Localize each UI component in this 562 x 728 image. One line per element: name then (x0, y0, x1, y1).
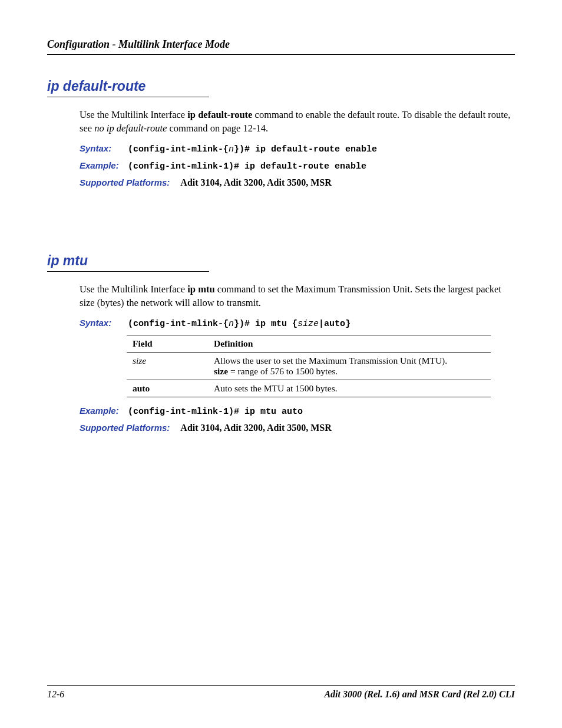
syntax-text: (config-int-mlink-{n})# ip default-route… (128, 144, 377, 154)
platforms-text: Adit 3104, Adit 3200, Adit 3500, MSR (180, 177, 331, 188)
example-text: (config-int-mlink-1)# ip default-route e… (128, 162, 366, 172)
table-header-row: Field Definition (127, 335, 491, 353)
mono-param: size (297, 319, 319, 329)
table-header-field: Field (127, 335, 208, 353)
field-definition-table: Field Definition size Allows the user to… (127, 335, 491, 397)
table-cell-field: auto (127, 380, 208, 397)
example-label: Example: (80, 406, 122, 416)
text-italic: no ip default-route (94, 123, 167, 134)
field-name: size (133, 355, 146, 365)
table-cell-field: size (127, 353, 208, 380)
mono-param: n (229, 319, 234, 329)
page-header: Configuration - Multilink Interface Mode (47, 38, 515, 55)
text-bold: ip default-route (187, 109, 252, 120)
section2-body: Use the Multilink Interface ip mtu comma… (80, 282, 515, 309)
platforms-row: Supported Platforms: Adit 3104, Adit 320… (80, 177, 515, 188)
mono-fragment: } (345, 319, 351, 329)
mono-fragment: | (319, 319, 324, 329)
table-cell-definition: Auto sets the MTU at 1500 bytes. (208, 380, 491, 397)
def-text: Allows the user to set the Maximum Trans… (214, 355, 447, 365)
document-title: Adit 3000 (Rel. 1.6) and MSR Card (Rel 2… (324, 689, 515, 700)
text-bold: ip mtu (187, 284, 214, 295)
table-row: auto Auto sets the MTU at 1500 bytes. (127, 380, 491, 397)
platforms-label: Supported Platforms: (80, 177, 170, 187)
def-text: = range of 576 to 1500 bytes. (228, 366, 338, 376)
example-row: Example: (config-int-mlink-1)# ip defaul… (80, 160, 515, 172)
mono-bold: auto (324, 319, 345, 329)
syntax-row: Syntax: (config-int-mlink-{n})# ip mtu {… (80, 318, 515, 329)
table-row: size Allows the user to set the Maximum … (127, 353, 491, 380)
mono-fragment: })# ip default-route enable (234, 144, 377, 154)
page-number: 12-6 (47, 689, 64, 700)
platforms-text: Adit 3104, Adit 3200, Adit 3500, MSR (180, 423, 331, 433)
mono-fragment: (config-int-mlink-{ (128, 319, 229, 329)
page-footer: 12-6 Adit 3000 (Rel. 1.6) and MSR Card (… (47, 685, 515, 700)
mono-fragment: (config-int-mlink-{ (128, 144, 229, 154)
syntax-label: Syntax: (80, 143, 122, 153)
table-cell-definition: Allows the user to set the Maximum Trans… (208, 353, 491, 380)
mono-fragment: })# ip mtu { (234, 319, 297, 329)
section-heading-ip-mtu: ip mtu (47, 253, 209, 272)
section1-body: Use the Multilink Interface ip default-r… (80, 108, 515, 135)
syntax-text: (config-int-mlink-{n})# ip mtu {size|aut… (128, 319, 351, 329)
text-fragment: command on page 12-14. (167, 123, 268, 134)
mono-param: n (229, 144, 234, 154)
table-header-definition: Definition (208, 335, 491, 353)
platforms-row: Supported Platforms: Adit 3104, Adit 320… (80, 423, 515, 433)
example-text: (config-int-mlink-1)# ip mtu auto (128, 407, 303, 417)
section-heading-ip-default-route: ip default-route (47, 78, 209, 97)
text-fragment: Use the Multilink Interface (80, 284, 187, 295)
def-bold: size (214, 366, 228, 376)
field-name: auto (133, 383, 150, 393)
example-row: Example: (config-int-mlink-1)# ip mtu au… (80, 406, 515, 417)
text-fragment: Use the Multilink Interface (80, 109, 187, 120)
syntax-row: Syntax: (config-int-mlink-{n})# ip defau… (80, 143, 515, 154)
platforms-label: Supported Platforms: (80, 423, 170, 433)
example-label: Example: (80, 160, 122, 170)
syntax-label: Syntax: (80, 318, 122, 328)
